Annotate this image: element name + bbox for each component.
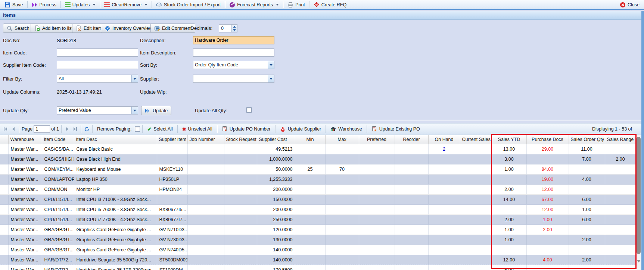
grid-cell-purchase_docs[interactable]: [526, 235, 569, 245]
grid-cell-min[interactable]: [295, 144, 325, 154]
grid-cell-supplier_cost[interactable]: 150.0000: [257, 194, 295, 204]
grid-cell-min[interactable]: [295, 154, 325, 164]
grid-cell-reorder[interactable]: [395, 164, 428, 174]
grid-header-max[interactable]: Max: [325, 135, 359, 144]
grid-cell-warehouse[interactable]: Master War...: [8, 225, 42, 235]
grid-cell-warehouse[interactable]: Master War...: [8, 154, 42, 164]
grid-cell-sel[interactable]: [0, 184, 8, 194]
inventory-overview-button[interactable]: Inventory Overview: [101, 23, 156, 33]
supplier-combo[interactable]: [193, 75, 274, 83]
remove-paging-checkbox[interactable]: [135, 126, 140, 132]
grid-cell-supplier_item[interactable]: [157, 194, 187, 204]
grid-cell-purchase_docs[interactable]: 19.00: [526, 174, 569, 184]
grid-cell-purchase_docs[interactable]: 29.00: [526, 144, 569, 154]
grid-cell-current_sales[interactable]: [460, 204, 492, 214]
item-description-input[interactable]: [193, 48, 274, 57]
update-supplier-button[interactable]: Update Supplier: [278, 125, 324, 134]
grid-cell-stock_request[interactable]: [224, 265, 257, 270]
grid-cell-sales_order_qty[interactable]: [569, 184, 605, 194]
grid-cell-sales_range[interactable]: [605, 144, 636, 154]
grid-cell-max[interactable]: [325, 214, 359, 225]
grid-header-on_hand[interactable]: On Hand: [428, 135, 460, 144]
grid-cell-job_number[interactable]: [187, 174, 224, 184]
grid-cell-warehouse[interactable]: Master War...: [8, 164, 42, 174]
grid-cell-sales_range[interactable]: [605, 265, 636, 270]
grid-cell-current_sales[interactable]: [460, 154, 492, 164]
grid-cell-min[interactable]: [295, 194, 325, 204]
grid-cell-sel[interactable]: [0, 174, 8, 184]
grid-cell-stock_request[interactable]: [224, 184, 257, 194]
grid-row[interactable]: Master War...COM/KEYM...Keyboard and Mou…: [0, 164, 636, 174]
grid-cell-on_hand[interactable]: [428, 255, 460, 265]
grid-cell-current_sales[interactable]: [460, 265, 492, 270]
update-button[interactable]: Update: [141, 106, 171, 115]
unselect-all-button[interactable]: ✖ Unselect All: [180, 125, 215, 134]
grid-cell-item_code[interactable]: COM/LAPTOP: [42, 174, 74, 184]
grid-cell-supplier_cost[interactable]: 1,000.0000: [257, 154, 295, 164]
grid-cell-item_code[interactable]: CPU/1151/I...: [42, 214, 74, 225]
grid-cell-sales_order_qty[interactable]: 1.00: [569, 204, 605, 214]
grid-header-supplier_item[interactable]: Supplier Item C: [157, 135, 187, 144]
grid-cell-current_sales[interactable]: [460, 245, 492, 255]
prev-page-button[interactable]: [10, 126, 17, 132]
grid-cell-supplier_cost[interactable]: 120.0000: [257, 225, 295, 235]
grid-cell-item_desc[interactable]: Graphics Card GeForce Gigabyte ...: [74, 225, 157, 235]
grid-row[interactable]: Master War...CAS/CS/HIGHCase Black High …: [0, 154, 636, 164]
grid-cell-sel[interactable]: [0, 144, 8, 154]
grid-cell-sales_ytd[interactable]: 3.00: [492, 154, 526, 164]
warehouse-button[interactable]: Warehouse: [328, 125, 364, 134]
grid-cell-preferred[interactable]: [359, 235, 395, 245]
grid-cell-item_code[interactable]: COM/MON: [42, 184, 74, 194]
grid-cell-supplier_cost[interactable]: 140.0000: [257, 255, 295, 265]
grid-cell-reorder[interactable]: [395, 265, 428, 270]
grid-cell-item_code[interactable]: CAS/CS/HIGH: [42, 154, 74, 164]
grid-cell-sales_ytd[interactable]: 14.00: [492, 194, 526, 204]
grid-cell-preferred[interactable]: [359, 255, 395, 265]
edit-comment-button[interactable]: Edit Comment: [150, 23, 195, 33]
clear-remove-button[interactable]: Clear/Remove: [101, 0, 150, 9]
grid-cell-item_desc[interactable]: Case Black Basic: [74, 144, 157, 154]
grid-cell-preferred[interactable]: [359, 245, 395, 255]
grid-cell-sel[interactable]: [0, 265, 8, 270]
grid-cell-max[interactable]: [325, 194, 359, 204]
grid-cell-supplier_item[interactable]: GV-N730D3...: [157, 235, 187, 245]
grid-cell-sales_order_qty[interactable]: 2.00: [569, 235, 605, 245]
grid-cell-sel[interactable]: [0, 204, 8, 214]
grid-cell-purchase_docs[interactable]: [526, 245, 569, 255]
grid-cell-warehouse[interactable]: Master War...: [8, 204, 42, 214]
grid-cell-job_number[interactable]: [187, 184, 224, 194]
grid-cell-sales_order_qty[interactable]: [569, 164, 605, 174]
grid-header-purchase_docs[interactable]: Purchase Docs: [526, 135, 569, 144]
grid-row[interactable]: Master War...CPU/1151/I...Intel CPU i3 7…: [0, 194, 636, 204]
grid-cell-stock_request[interactable]: [224, 214, 257, 225]
grid-cell-sel[interactable]: [0, 164, 8, 174]
grid-cell-purchase_docs[interactable]: 2.00: [526, 225, 569, 235]
grid-cell-item_desc[interactable]: Harddrive Seagate 35 1TB 7200rpm: [74, 265, 157, 270]
grid-cell-purchase_docs[interactable]: 84.00: [526, 164, 569, 174]
grid-cell-item_code[interactable]: CPU/1151/I...: [42, 194, 74, 204]
grid-cell-job_number[interactable]: [187, 204, 224, 214]
grid-header-min[interactable]: Min: [295, 135, 325, 144]
grid-cell-reorder[interactable]: [395, 144, 428, 154]
grid-cell-preferred[interactable]: [359, 164, 395, 174]
grid-cell-sales_ytd[interactable]: 1.00: [492, 235, 526, 245]
grid-row[interactable]: Master War...GRA/GB/GT...Graphics Card G…: [0, 225, 636, 235]
grid-cell-on_hand[interactable]: [428, 214, 460, 225]
grid-cell-supplier_item[interactable]: ST1000DM: [157, 265, 187, 270]
grid-header-preferred[interactable]: Preferred: [359, 135, 395, 144]
grid-cell-reorder[interactable]: [395, 245, 428, 255]
grid-cell-item_desc[interactable]: Harddrive Seagate 35 500Gig 720...: [74, 255, 157, 265]
next-page-button[interactable]: [64, 126, 71, 132]
grid-cell-sales_range[interactable]: [605, 194, 636, 204]
combo-trigger[interactable]: [268, 61, 274, 69]
grid-header-item_desc[interactable]: Item Desc: [74, 135, 157, 144]
grid-cell-supplier_item[interactable]: HP350LP: [157, 174, 187, 184]
grid-cell-warehouse[interactable]: Master War...: [8, 184, 42, 194]
grid-cell-sales_range[interactable]: [605, 174, 636, 184]
grid-cell-item_code[interactable]: CAS/CS/BA...: [42, 144, 74, 154]
grid-cell-sales_order_qty[interactable]: [569, 265, 605, 270]
spinner-up-icon[interactable]: [233, 26, 236, 28]
grid-cell-sales_range[interactable]: [605, 245, 636, 255]
update-po-number-button[interactable]: Update PO Number: [220, 125, 273, 134]
page-input[interactable]: [34, 125, 50, 133]
